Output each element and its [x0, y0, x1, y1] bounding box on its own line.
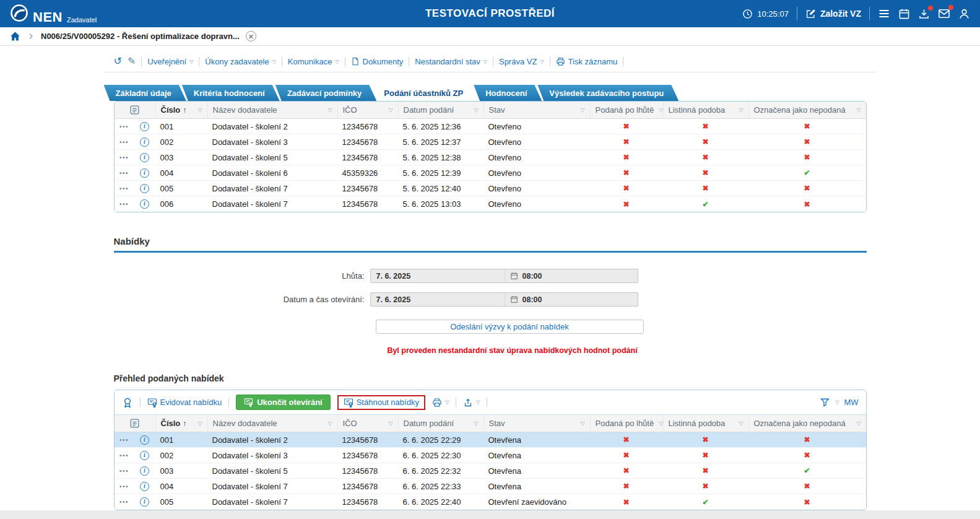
table-row[interactable]: ••• i 004 Dodavatel - školení 7 12345678… [115, 479, 866, 494]
print-button[interactable]: ▽ [432, 398, 449, 408]
filter-icon[interactable]: ▽ [581, 421, 585, 427]
filter-button[interactable] [820, 397, 830, 408]
info-icon[interactable]: i [140, 153, 149, 162]
breadcrumb-item[interactable]: N006/25/V00005292 - Řešení optimalizace … [41, 32, 240, 41]
column-header[interactable]: Podaná po lhůtě ▽ [590, 102, 663, 118]
info-icon[interactable]: i [140, 199, 149, 209]
column-header[interactable]: Číslo ↑ ▽ [155, 415, 207, 432]
award-button[interactable] [122, 397, 133, 408]
column-header[interactable]: Datum podání ▽ [398, 102, 483, 118]
filter-icon[interactable]: ▽ [857, 107, 861, 113]
opening-time-field[interactable]: 08:00 [505, 293, 638, 306]
row-menu-button[interactable]: ••• [115, 139, 134, 146]
column-header[interactable]: Název dodavatele ▽ [207, 102, 337, 118]
info-icon[interactable]: i [140, 451, 149, 460]
filter-icon[interactable]: ▽ [581, 107, 585, 113]
column-header[interactable]: IČO ▽ [337, 415, 398, 432]
breadcrumb-close-button[interactable]: ✕ [246, 31, 256, 41]
table-row[interactable]: ••• i 005 Dodavatel - školení 7 12345678… [115, 181, 866, 196]
table-row[interactable]: ••• i 001 Dodavatel - školení 2 12345678… [115, 432, 866, 448]
profile-button[interactable] [958, 8, 970, 20]
home-button[interactable] [10, 31, 20, 41]
toolbar-item-uverejneni[interactable]: Uveřejnění▽ [147, 57, 193, 66]
table-row[interactable]: ••• i 001 Dodavatel - školení 2 12345678… [115, 119, 866, 134]
filter-icon[interactable]: ▽ [857, 421, 861, 427]
info-icon[interactable]: i [140, 137, 149, 147]
column-header[interactable]: Označena jako nepodaná ▽ [748, 415, 866, 432]
column-header[interactable]: Název dodavatele ▽ [207, 415, 337, 432]
info-icon[interactable]: i [140, 435, 149, 445]
table-row[interactable]: ••• i 006 Dodavatel - školení 7 12345678… [115, 196, 866, 212]
column-header[interactable]: IČO ▽ [337, 102, 398, 118]
history-button[interactable]: ↺ [114, 56, 122, 66]
info-icon[interactable]: i [140, 466, 149, 476]
stahnout-nabidky-button[interactable]: Stáhnout nabídky [344, 398, 419, 408]
table-row[interactable]: ••• i 005 Dodavatel - školení 7 12345678… [115, 494, 866, 510]
filter-icon[interactable]: ▽ [389, 421, 393, 427]
row-menu-button[interactable]: ••• [115, 170, 134, 177]
filter-icon[interactable]: ▽ [198, 421, 202, 427]
row-menu-button[interactable]: ••• [115, 123, 134, 130]
toolbar-item-komunikace[interactable]: Komunikace▽ [288, 57, 339, 66]
brand[interactable]: NEN Zadavatel [10, 4, 97, 24]
toolbar-item-dokumenty[interactable]: Dokumenty [351, 57, 404, 66]
opening-field[interactable]: 7. 6. 2025 08:00 [370, 292, 638, 307]
export-button[interactable]: ▽ [463, 398, 480, 408]
create-vz-button[interactable]: Založit VZ [805, 9, 861, 19]
column-header[interactable]: Listinná podoba ▽ [663, 415, 748, 432]
deadline-time-field[interactable]: 08:00 [505, 269, 638, 282]
opening-date-value[interactable]: 7. 6. 2025 [371, 295, 505, 304]
column-header[interactable]: Stav ▽ [483, 102, 590, 118]
ukoncit-otevirani-button[interactable]: Ukončit otevírání [236, 395, 330, 410]
toolbar-item-sprava-vz[interactable]: Správa VZ▽ [499, 57, 544, 66]
info-icon[interactable]: i [140, 168, 149, 178]
column-settings-button[interactable] [115, 415, 155, 432]
downloads-button[interactable] [918, 8, 930, 20]
row-menu-button[interactable]: ••• [115, 452, 134, 459]
filter-icon[interactable]: ▽ [474, 107, 479, 113]
toolbar-item-tisk-zaznamu[interactable]: Tisk záznamu [556, 57, 618, 66]
deadline-date-value[interactable]: 7. 6. 2025 [371, 272, 505, 281]
row-menu-button[interactable]: ••• [115, 185, 134, 192]
calendar-button[interactable] [898, 8, 910, 20]
info-icon[interactable]: i [140, 122, 149, 131]
deadline-field[interactable]: 7. 6. 2025 08:00 [370, 269, 638, 283]
table-row[interactable]: ••• i 004 Dodavatel - školení 6 45359326… [115, 165, 866, 181]
table-row[interactable]: ••• i 002 Dodavatel - školení 3 12345678… [115, 134, 866, 150]
tab[interactable]: Základní údaje [104, 85, 186, 101]
info-icon[interactable]: i [140, 497, 149, 507]
chevron-down-icon[interactable]: ▽ [835, 399, 839, 405]
row-menu-button[interactable]: ••• [115, 437, 134, 443]
toolbar-item-nestandardni-stav[interactable]: Nestandardní stav▽ [415, 57, 487, 66]
table-row[interactable]: ••• i 002 Dodavatel - školení 3 12345678… [115, 448, 866, 463]
row-menu-button[interactable]: ••• [115, 483, 134, 490]
row-menu-button[interactable]: ••• [115, 154, 134, 161]
menu-button[interactable] [878, 7, 890, 20]
info-icon[interactable]: i [140, 482, 149, 491]
column-header[interactable]: Číslo ↑ ▽ [155, 102, 207, 118]
column-header[interactable]: Podaná po lhůtě ▽ [590, 415, 663, 432]
filter-icon[interactable]: ▽ [198, 107, 202, 113]
row-menu-button[interactable]: ••• [115, 201, 134, 207]
table-row[interactable]: ••• i 003 Dodavatel - školení 5 12345678… [115, 150, 866, 165]
mw-label[interactable]: MW [844, 398, 858, 407]
evidovat-nabidku-button[interactable]: Evidovat nabídku [147, 398, 222, 408]
info-icon[interactable]: i [140, 184, 149, 193]
filter-icon[interactable]: ▽ [389, 107, 393, 113]
column-header[interactable]: Označena jako nepodaná ▽ [748, 102, 866, 118]
column-settings-button[interactable] [115, 102, 155, 118]
tab[interactable]: Kritéria hodnocení [182, 85, 280, 101]
column-header[interactable]: Datum podání ▽ [398, 415, 483, 432]
filter-icon[interactable]: ▽ [328, 421, 332, 427]
tab[interactable]: Podání účastníků ZP [372, 85, 478, 101]
column-header[interactable]: Listinná podoba ▽ [663, 102, 748, 118]
column-header[interactable]: Stav ▽ [483, 415, 590, 432]
filter-icon[interactable]: ▽ [474, 421, 479, 427]
edit-record-button[interactable]: ✎ [128, 56, 136, 66]
table-row[interactable]: ••• i 003 Dodavatel - školení 5 12345678… [115, 463, 866, 479]
tab[interactable]: Výsledek zadávacího postupu [537, 85, 679, 101]
row-menu-button[interactable]: ••• [115, 468, 134, 474]
filter-icon[interactable]: ▽ [328, 107, 332, 113]
filter-icon[interactable]: ▽ [739, 107, 744, 113]
send-request-button[interactable]: Odeslání výzvy k podání nabídek [376, 320, 644, 334]
